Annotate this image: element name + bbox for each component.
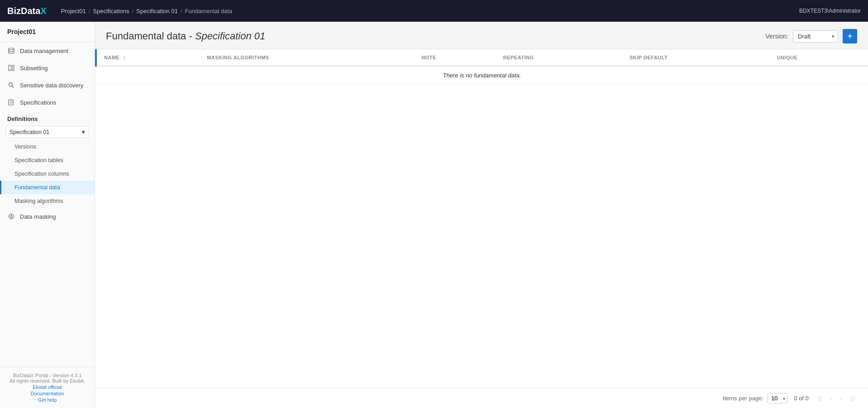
version-select-wrapper[interactable]: Draft Published Archived	[793, 30, 838, 43]
page-title: Fundamental data - Specification 01	[106, 30, 265, 42]
sidebar-label-data-masking: Data masking	[20, 213, 56, 220]
sidebar-sub-spec-columns-label: Specification columns	[14, 171, 69, 177]
version-select[interactable]: Draft Published Archived	[793, 30, 838, 43]
sidebar-sub-fundamental-data[interactable]: Fundamental data	[0, 181, 95, 194]
table-area: NAME ↑ MASKING ALGORITHMS NOTE REPEATING	[95, 49, 868, 388]
sort-asc-icon: ↑	[123, 55, 126, 60]
sidebar-item-subsetting[interactable]: Subsetting	[0, 59, 95, 77]
col-skip-default: SKIP DEFAULT	[622, 49, 770, 66]
spec-selector-label: Specification 01	[10, 129, 49, 135]
page-info: 0 of 0	[794, 395, 809, 402]
book-icon	[7, 98, 15, 106]
sidebar-sub-spec-columns[interactable]: Specification columns	[0, 167, 95, 181]
sidebar-item-data-masking[interactable]: Data masking	[0, 208, 95, 225]
footer-version: BizDataX Portal - Version 4.3.1	[7, 373, 87, 378]
user-info: BDXTEST3\Administrator	[799, 8, 861, 14]
next-page-button[interactable]: ›	[838, 394, 844, 403]
logo-x: X	[40, 6, 46, 16]
col-note-label: NOTE	[421, 55, 436, 60]
prev-page-button[interactable]: ‹	[828, 394, 835, 403]
first-page-button[interactable]: ⟨⟨	[815, 394, 824, 403]
svg-line-2	[12, 86, 14, 88]
sidebar-definitions[interactable]: Definitions	[0, 111, 95, 124]
sidebar-label-specifications: Specifications	[20, 99, 56, 106]
breadcrumb-current: Fundamental data	[185, 8, 233, 14]
last-page-button[interactable]: ⟩⟩	[848, 394, 857, 403]
logo-biz: BizData	[7, 6, 40, 16]
sidebar-project-title: Project01	[0, 22, 95, 42]
breadcrumb-specifications[interactable]: Specifications	[93, 8, 129, 14]
breadcrumb-sep-3: /	[181, 8, 182, 14]
col-masking: MASKING ALGORITHMS	[200, 49, 414, 66]
header-right: Version: Draft Published Archived +	[765, 29, 857, 43]
page-title-spec: Specification 01	[195, 30, 265, 42]
breadcrumb-project[interactable]: Project01	[61, 8, 86, 14]
search-icon	[7, 81, 15, 89]
col-masking-label: MASKING ALGORITHMS	[207, 55, 269, 60]
sidebar-footer: BizDataX Portal - Version 4.3.1 All righ…	[0, 367, 95, 408]
add-button[interactable]: +	[843, 29, 857, 43]
col-note: NOTE	[414, 49, 496, 66]
sidebar-sub-spec-tables-label: Specification tables	[14, 157, 63, 163]
sidebar-sub-masking[interactable]: Masking algorithms	[0, 194, 95, 208]
logo: BizDataX	[7, 6, 47, 16]
puzzle-icon	[7, 64, 15, 72]
col-repeating-label: REPEATING	[503, 55, 534, 60]
footer-rights: All rights reserved. Built by Ekobit.	[7, 378, 87, 384]
main-layout: Project01 Data management Subsetting	[0, 22, 868, 408]
logo-text: BizDataX	[7, 6, 47, 16]
items-per-page-label: Items per page:	[723, 395, 763, 402]
sidebar-label-data-management: Data management	[20, 48, 68, 54]
col-unique-label: UNIQUE	[777, 55, 797, 60]
svg-point-8	[10, 216, 12, 217]
col-unique: UNIQUE	[769, 49, 868, 66]
breadcrumb-spec01[interactable]: Specification 01	[136, 8, 178, 14]
main-content: Fundamental data - Specification 01 Vers…	[95, 22, 868, 408]
sidebar-item-data-management[interactable]: Data management	[0, 42, 95, 59]
col-skip-default-label: SKIP DEFAULT	[630, 55, 668, 60]
items-per-page-select[interactable]: 5 10 25 50	[767, 393, 787, 403]
mask-icon	[7, 212, 15, 221]
top-navigation: BizDataX Project01 / Specifications / Sp…	[0, 0, 868, 22]
table-header-row: NAME ↑ MASKING ALGORITHMS NOTE REPEATING	[96, 49, 868, 66]
pagination-bar: Items per page: 5 10 25 50 0 of 0 ⟨⟨ ‹ ›…	[95, 388, 868, 408]
page-title-text: Fundamental data -	[106, 30, 195, 42]
svg-point-1	[9, 83, 13, 86]
breadcrumb: Project01 / Specifications / Specificati…	[61, 8, 799, 14]
sidebar-label-sensitive: Sensitive data discovery	[20, 82, 83, 89]
col-repeating: REPEATING	[496, 49, 622, 66]
content-header: Fundamental data - Specification 01 Vers…	[95, 22, 868, 49]
footer-link-help[interactable]: Get help	[7, 397, 87, 403]
sidebar: Project01 Data management Subsetting	[0, 22, 95, 408]
sidebar-sub-spec-tables[interactable]: Specification tables	[0, 154, 95, 167]
empty-row: There is no fundamental data.	[96, 66, 868, 85]
sidebar-sub-versions[interactable]: Versions	[0, 140, 95, 154]
breadcrumb-sep-1: /	[89, 8, 91, 14]
col-name[interactable]: NAME ↑	[96, 49, 200, 66]
data-table: NAME ↑ MASKING ALGORITHMS NOTE REPEATING	[95, 49, 868, 85]
sidebar-label-subsetting: Subsetting	[20, 65, 48, 72]
table-header: NAME ↑ MASKING ALGORITHMS NOTE REPEATING	[96, 49, 868, 66]
col-name-label: NAME	[104, 55, 119, 60]
footer-link-docs[interactable]: Documentation	[7, 391, 87, 396]
table-body: There is no fundamental data.	[96, 66, 868, 85]
sidebar-item-sensitive[interactable]: Sensitive data discovery	[0, 77, 95, 94]
empty-message: There is no fundamental data.	[96, 66, 868, 85]
svg-point-0	[9, 48, 14, 50]
version-label: Version:	[765, 33, 788, 40]
sidebar-sub-masking-label: Masking algorithms	[14, 198, 63, 204]
chevron-down-icon: ▾	[82, 129, 85, 135]
items-per-page-wrapper[interactable]: 5 10 25 50	[767, 393, 787, 403]
breadcrumb-sep-2: /	[132, 8, 134, 14]
sidebar-item-specifications[interactable]: Specifications	[0, 94, 95, 111]
sidebar-sub-versions-label: Versions	[14, 144, 36, 150]
db-icon	[7, 47, 15, 55]
spec-selector[interactable]: Specification 01 ▾	[5, 126, 89, 138]
sidebar-sub-fundamental-data-label: Fundamental data	[14, 184, 60, 191]
footer-link-ekobit[interactable]: Ekobit official	[7, 384, 87, 390]
sidebar-definitions-label: Definitions	[7, 115, 38, 122]
